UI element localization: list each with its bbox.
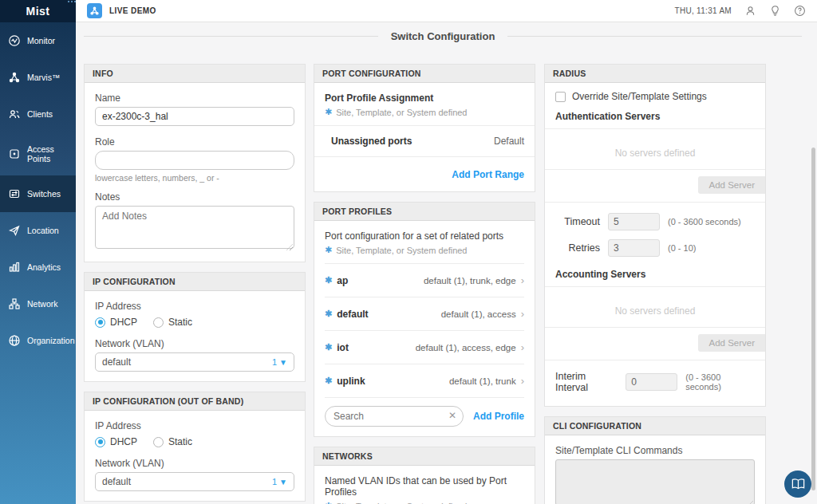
radius-override-label: Override Site/Template Settings	[572, 91, 707, 102]
sidebar-item-organization[interactable]: Organization	[0, 322, 76, 359]
dhcp-radio[interactable]: DHCP	[95, 436, 137, 447]
role-input[interactable]	[95, 151, 294, 170]
unassigned-ports-label: Unassigned ports	[331, 136, 412, 147]
mist-logo[interactable]: Mist	[0, 0, 76, 22]
sidebar-item-marvis[interactable]: Marvis™	[0, 59, 76, 96]
defined-note-label: Site, Template, or System defined	[336, 108, 467, 117]
add-port-range-link[interactable]: Add Port Range	[452, 169, 524, 180]
static-radio-label: Static	[168, 436, 192, 447]
port-profiles-header: PORT PROFILES	[314, 203, 535, 221]
chevron-right-icon: ›	[521, 341, 524, 353]
sidebar-item-label: Marvis™	[27, 73, 60, 82]
analytics-icon	[8, 261, 21, 274]
timeout-hint: (0 - 3600 seconds)	[668, 217, 741, 226]
sidebar-item-label: Access Points	[27, 144, 68, 163]
accounting-no-servers-text: No servers defined	[555, 295, 755, 327]
sidebar-item-access-points[interactable]: Access Points	[0, 132, 76, 175]
sidebar-item-label: Location	[27, 226, 59, 235]
profile-name: iot	[337, 342, 349, 353]
page-title-row: Switch Configuration	[84, 30, 802, 42]
sidebar-item-label: Analytics	[27, 262, 61, 272]
network-vlan-value: default	[102, 476, 131, 487]
top-bar: LIVE DEMO THU, 11:31 AM	[76, 0, 817, 22]
user-icon[interactable]	[744, 5, 756, 17]
profile-details: default (1), access	[441, 309, 516, 319]
sidebar-item-analytics[interactable]: Analytics	[0, 249, 76, 285]
info-panel: INFO Name Role lowercase letters, number…	[84, 64, 306, 262]
sidebar-item-clients[interactable]: Clients	[0, 96, 76, 132]
sidebar-item-network[interactable]: Network	[0, 285, 76, 322]
name-input[interactable]	[95, 107, 294, 126]
dhcp-radio[interactable]: DHCP	[95, 317, 137, 328]
org-name-label[interactable]: LIVE DEMO	[109, 6, 156, 15]
auth-no-servers-text: No servers defined	[555, 137, 755, 169]
sidebar-item-label: Organization	[27, 336, 75, 345]
network-icon	[8, 297, 21, 310]
radio-selected-icon	[95, 317, 105, 328]
profile-row-default[interactable]: ✱default default (1), access›	[325, 297, 524, 330]
vertical-scrollbar[interactable]	[811, 148, 815, 490]
clients-icon	[8, 108, 21, 120]
add-profile-link[interactable]: Add Profile	[473, 411, 524, 422]
sidebar-item-label: Network	[27, 299, 58, 309]
unassigned-ports-row[interactable]: Unassigned ports Default	[325, 134, 524, 148]
sidebar-item-monitor[interactable]: Monitor	[0, 22, 76, 59]
location-icon	[8, 224, 21, 237]
cli-configuration-header: CLI CONFIGURATION	[545, 417, 765, 435]
chevron-right-icon: ›	[521, 308, 524, 320]
networks-header: NETWORKS	[314, 447, 535, 466]
profile-details: default (1), trunk	[449, 376, 516, 386]
port-configuration-panel: PORT CONFIGURATION Port Profile Assignme…	[314, 64, 535, 192]
profile-search-input[interactable]	[325, 406, 464, 427]
sidebar-item-location[interactable]: Location	[0, 212, 76, 249]
networks-description: Named VLAN IDs that can be used by Port …	[325, 475, 524, 498]
port-configuration-header: PORT CONFIGURATION	[314, 65, 535, 83]
notes-textarea[interactable]	[95, 206, 294, 249]
sidebar-item-label: Monitor	[27, 36, 55, 45]
port-profile-assignment-label: Port Profile Assignment	[325, 93, 524, 104]
checkbox-unchecked-icon	[555, 92, 566, 102]
notes-label: Notes	[95, 191, 294, 203]
port-profiles-description: Port configuration for a set of related …	[325, 230, 524, 242]
ip-configuration-panel: IP CONFIGURATION IP Address DHCP Static …	[84, 272, 306, 382]
radius-header: RADIUS	[545, 65, 765, 83]
profile-row-uplink[interactable]: ✱uplink default (1), trunk›	[325, 364, 524, 397]
defined-star-icon: ✱	[325, 107, 332, 117]
network-vlan-select[interactable]: default 1 ▼	[95, 352, 294, 372]
bulb-icon[interactable]	[769, 5, 781, 17]
mist-logo-dots-icon	[67, 0, 78, 3]
monitor-icon	[8, 34, 21, 47]
clear-search-icon[interactable]: ✕	[448, 410, 456, 421]
timeout-input[interactable]	[608, 213, 660, 230]
static-radio[interactable]: Static	[153, 436, 192, 447]
name-label: Name	[95, 93, 294, 104]
interim-interval-label: Interim Interval	[555, 371, 618, 393]
network-vlan-select[interactable]: default 1 ▼	[95, 472, 294, 491]
ip-address-label: IP Address	[95, 420, 294, 431]
radius-override-checkbox[interactable]: Override Site/Template Settings	[555, 91, 755, 102]
static-radio[interactable]: Static	[153, 317, 192, 328]
chevron-down-icon: ▼	[279, 478, 287, 486]
sidebar-item-switches[interactable]: Switches	[0, 175, 76, 212]
page-title: Switch Configuration	[391, 30, 495, 42]
retries-input[interactable]	[608, 239, 660, 257]
org-icon[interactable]	[87, 3, 102, 18]
profile-row-iot[interactable]: ✱iot default (1), access, edge›	[325, 330, 524, 364]
accounting-add-server-button[interactable]: Add Server	[698, 334, 765, 352]
profile-row-ap[interactable]: ✱ap default (1), trunk, edge›	[325, 263, 524, 297]
clock-label: THU, 11:31 AM	[674, 6, 732, 15]
sidebar-item-label: Clients	[27, 109, 53, 119]
auth-add-server-button[interactable]: Add Server	[698, 176, 765, 194]
radius-panel: RADIUS Override Site/Template Settings A…	[544, 64, 766, 407]
profile-name: ap	[337, 275, 348, 286]
defined-star-icon: ✱	[325, 376, 332, 386]
interim-interval-input[interactable]	[626, 373, 677, 391]
network-vlan-id: 1	[272, 477, 277, 486]
switches-icon	[8, 187, 21, 200]
help-icon[interactable]	[794, 5, 806, 17]
help-book-button[interactable]	[784, 471, 811, 498]
sidebar-item-label: Switches	[27, 189, 61, 199]
organization-icon	[8, 334, 21, 347]
static-radio-label: Static	[168, 317, 192, 328]
profile-name: uplink	[337, 376, 365, 387]
